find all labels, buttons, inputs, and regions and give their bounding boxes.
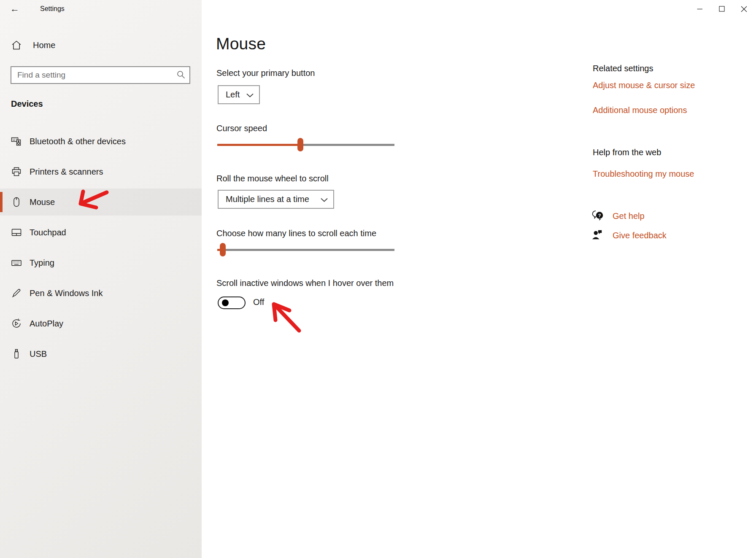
give-feedback-icon <box>591 229 604 242</box>
sidebar-item-label: Bluetooth & other devices <box>30 137 126 146</box>
slider-fill <box>217 144 300 146</box>
lines-scroll-label: Choose how many lines to scroll each tim… <box>216 229 376 238</box>
sidebar-item-label: Printers & scanners <box>30 167 103 177</box>
sidebar-item-label: Touchpad <box>30 228 66 237</box>
adjust-mouse-cursor-size-link[interactable]: Adjust mouse & cursor size <box>593 81 695 90</box>
sidebar-item-label: Mouse <box>30 197 55 207</box>
back-button[interactable]: ← <box>8 3 22 15</box>
wheel-scroll-dropdown[interactable]: Multiple lines at a time <box>218 190 334 209</box>
selection-indicator <box>0 192 3 212</box>
sidebar-section-header: Devices <box>11 99 43 109</box>
toggle-knob <box>222 299 229 306</box>
close-icon <box>741 6 747 12</box>
sidebar-item-label: Typing <box>30 258 54 268</box>
window-controls <box>689 0 755 18</box>
minimize-button[interactable] <box>689 0 711 18</box>
home-icon <box>11 40 22 51</box>
search-box <box>11 66 190 84</box>
sidebar-item-mouse[interactable]: Mouse <box>0 189 202 216</box>
autoplay-icon <box>11 318 22 329</box>
minimize-icon <box>697 6 703 12</box>
mouse-icon <box>11 197 22 208</box>
sidebar-nav-list: Bluetooth & other devices Printers & sca… <box>0 128 202 371</box>
scroll-inactive-toggle[interactable] <box>218 297 246 309</box>
search-icon <box>176 70 186 81</box>
primary-button-label: Select your primary button <box>216 68 315 78</box>
sidebar-item-usb[interactable]: USB <box>0 340 202 367</box>
additional-mouse-options-link[interactable]: Additional mouse options <box>593 105 687 115</box>
cursor-speed-label: Cursor speed <box>216 124 267 133</box>
sidebar-item-touchpad[interactable]: Touchpad <box>0 219 202 246</box>
dropdown-value: Multiple lines at a time <box>219 194 309 204</box>
sidebar-item-label: USB <box>30 349 47 359</box>
page-title: Mouse <box>216 35 266 53</box>
slider-thumb[interactable] <box>220 243 226 256</box>
get-help-link[interactable]: ? Get help <box>591 210 645 222</box>
help-from-web-header: Help from the web <box>593 148 661 157</box>
maximize-button[interactable] <box>711 0 733 18</box>
get-help-icon: ? <box>591 210 604 222</box>
sidebar-item-home[interactable]: Home <box>0 33 202 57</box>
sidebar-item-typing[interactable]: Typing <box>0 249 202 276</box>
primary-button-dropdown[interactable]: Left <box>218 85 260 104</box>
troubleshooting-mouse-link[interactable]: Troubleshooting my mouse <box>593 169 694 179</box>
get-help-label: Get help <box>613 211 645 221</box>
svg-text:?: ? <box>598 213 601 218</box>
sidebar-item-bluetooth[interactable]: Bluetooth & other devices <box>0 128 202 155</box>
wheel-scroll-label: Roll the mouse wheel to scroll <box>216 174 329 183</box>
give-feedback-link[interactable]: Give feedback <box>591 229 667 242</box>
keyboard-icon <box>11 257 22 268</box>
window-title: Settings <box>40 5 65 13</box>
sidebar-item-label: AutoPlay <box>30 319 63 329</box>
maximize-icon <box>719 6 725 12</box>
close-button[interactable] <box>733 0 755 18</box>
usb-icon <box>11 348 22 359</box>
scroll-inactive-label: Scroll inactive windows when I hover ove… <box>216 278 394 288</box>
search-input[interactable] <box>11 70 173 80</box>
lines-scroll-slider[interactable] <box>217 243 394 256</box>
sidebar-item-autoplay[interactable]: AutoPlay <box>0 310 202 337</box>
sidebar-item-label: Pen & Windows Ink <box>30 288 103 298</box>
toggle-state-label: Off <box>253 297 264 307</box>
sidebar-item-label: Home <box>33 40 55 50</box>
related-settings-header: Related settings <box>593 64 653 73</box>
touchpad-icon <box>11 227 22 238</box>
printer-icon <box>11 166 22 177</box>
slider-track[interactable] <box>217 249 394 251</box>
devices-icon <box>11 136 22 147</box>
chevron-down-icon <box>321 194 328 204</box>
sidebar-item-pen[interactable]: Pen & Windows Ink <box>0 280 202 307</box>
pen-icon <box>11 288 22 299</box>
sidebar-item-printers[interactable]: Printers & scanners <box>0 158 202 185</box>
settings-nav-pane: ← Settings Home Devices <box>0 0 202 558</box>
chevron-down-icon <box>246 90 254 100</box>
cursor-speed-slider[interactable] <box>217 138 394 151</box>
dropdown-value: Left <box>219 90 240 100</box>
search-button[interactable] <box>173 67 189 83</box>
slider-thumb[interactable] <box>297 138 303 151</box>
mouse-settings-page: Mouse Select your primary button Left Cu… <box>202 0 581 558</box>
give-feedback-label: Give feedback <box>613 231 667 240</box>
back-arrow-icon: ← <box>10 3 19 14</box>
